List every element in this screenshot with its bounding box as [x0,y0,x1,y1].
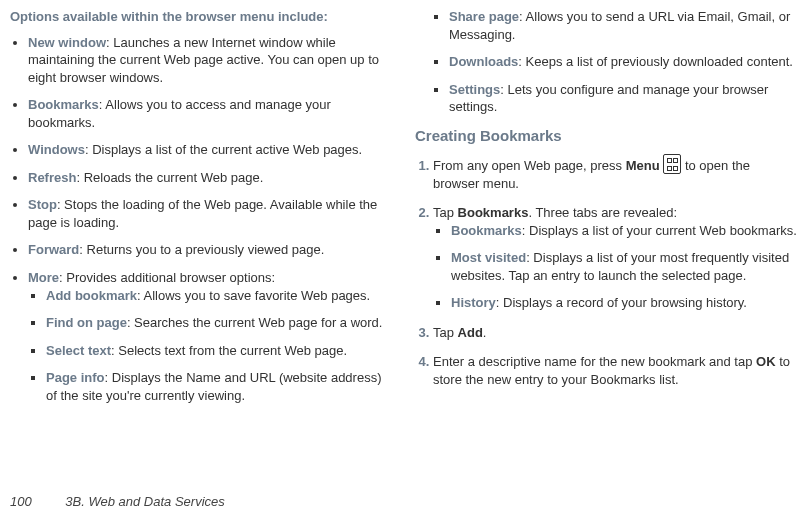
desc: : Reloads the current Web page. [76,170,263,185]
left-column: Options available within the browser men… [10,8,393,414]
creating-bookmarks-heading: Creating Bookmarks [415,126,798,146]
term: Bookmarks [451,223,522,238]
step2-sublist: Bookmarks: Displays a list of your curre… [433,222,798,312]
option-forward: Forward: Returns you to a previously vie… [28,241,393,259]
text: Tap [433,325,458,340]
desc: : Provides additional browser options: [59,270,275,285]
term: Forward [28,242,79,257]
options-intro: Options available within the browser men… [10,8,393,26]
option-new-window: New window: Launches a new Internet wind… [28,34,393,87]
term: Settings [449,82,500,97]
term: Add bookmark [46,288,137,303]
text: Enter a descriptive name for the new boo… [433,354,756,369]
right-column: Share page: Allows you to send a URL via… [415,8,798,414]
term: More [28,270,59,285]
more-sublist-cont: Share page: Allows you to send a URL via… [415,8,798,116]
bookmark-steps: From any open Web page, press Menu to op… [415,154,798,388]
option-refresh: Refresh: Reloads the current Web page. [28,169,393,187]
page-number: 100 [10,494,32,509]
sub-find-on-page: Find on page: Searches the current Web p… [46,314,393,332]
menu-icon [663,154,681,174]
section-title: 3B. Web and Data Services [65,494,224,509]
text: . Three tabs are revealed: [528,205,677,220]
sub-downloads: Downloads: Keeps a list of previously do… [449,53,798,71]
tab-bookmarks: Bookmarks: Displays a list of your curre… [451,222,798,240]
term: Downloads [449,54,518,69]
term: History [451,295,496,310]
desc: : Returns you to a previously viewed pag… [79,242,324,257]
term: Refresh [28,170,76,185]
step-1: From any open Web page, press Menu to op… [433,154,798,192]
option-bookmarks: Bookmarks: Allows you to access and mana… [28,96,393,131]
sub-settings: Settings: Lets you configure and manage … [449,81,798,116]
option-more: More: Provides additional browser option… [28,269,393,404]
term: Stop [28,197,57,212]
more-sublist: Add bookmark: Allows you to save favorit… [28,287,393,405]
term: Select text [46,343,111,358]
page-footer: 100 3B. Web and Data Services [10,493,225,511]
term: Find on page [46,315,127,330]
desc: : Selects text from the current Web page… [111,343,347,358]
desc: : Displays a record of your browsing his… [496,295,747,310]
desc: : Stops the loading of the Web page. Ava… [28,197,377,230]
option-windows: Windows: Displays a list of the current … [28,141,393,159]
browser-options-list: New window: Launches a new Internet wind… [10,34,393,405]
menu-label: Menu [626,158,660,173]
term: Windows [28,142,85,157]
step-4: Enter a descriptive name for the new boo… [433,353,798,388]
term: Share page [449,9,519,24]
tab-most-visited: Most visited: Displays a list of your mo… [451,249,798,284]
desc: : Keeps a list of previously downloaded … [518,54,793,69]
sub-select-text: Select text: Selects text from the curre… [46,342,393,360]
term: Most visited [451,250,526,265]
step-2: Tap Bookmarks. Three tabs are revealed: … [433,204,798,312]
term: Page info [46,370,105,385]
term: Bookmarks [28,97,99,112]
step-3: Tap Add. [433,324,798,342]
desc: : Displays a list of your current Web bo… [522,223,797,238]
text: Tap [433,205,458,220]
bookmarks-label: Bookmarks [458,205,529,220]
sub-share-page: Share page: Allows you to send a URL via… [449,8,798,43]
desc: : Searches the current Web page for a wo… [127,315,383,330]
term: New window [28,35,106,50]
desc: : Allows you to save favorite Web pages. [137,288,370,303]
sub-page-info: Page info: Displays the Name and URL (we… [46,369,393,404]
option-stop: Stop: Stops the loading of the Web page.… [28,196,393,231]
tab-history: History: Displays a record of your brows… [451,294,798,312]
desc: : Displays a list of the current active … [85,142,362,157]
text: From any open Web page, press [433,158,626,173]
sub-add-bookmark: Add bookmark: Allows you to save favorit… [46,287,393,305]
ok-label: OK [756,354,776,369]
add-label: Add [458,325,483,340]
text: . [483,325,487,340]
